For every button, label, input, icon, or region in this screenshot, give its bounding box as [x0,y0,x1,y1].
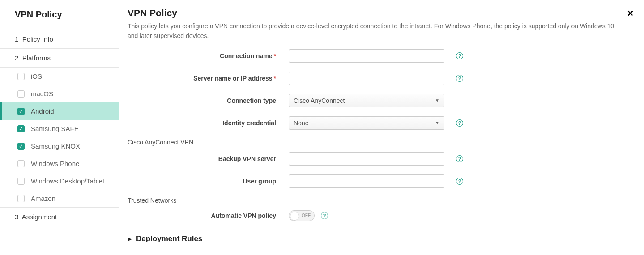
help-icon[interactable]: ? [456,178,463,185]
label-user-group: User group [128,178,289,185]
label-text: Connection name [220,52,272,60]
row-identity-credential: Identity credential None ▼ ? [128,116,626,130]
step-label: Assignment [22,213,57,221]
sidebar: VPN Policy 1 Policy Info 2 Platforms iOS… [0,0,119,255]
step-label: Platforms [22,54,51,62]
user-group-input[interactable] [289,174,444,188]
platform-label: Amazon [31,195,55,202]
deployment-rules-label: Deployment Rules [136,234,202,243]
connection-name-input[interactable] [289,49,444,63]
label-server-name: Server name or IP address* [128,75,289,82]
row-connection-type: Connection type Cisco AnyConnect ▼ [128,94,626,107]
row-server-name: Server name or IP address* ? [128,72,626,85]
label-identity-credential: Identity credential [128,119,289,127]
sidebar-step-assignment[interactable]: 3 Assignment [0,207,119,226]
platform-item-windows-desktop[interactable]: Windows Desktop/Tablet [0,172,119,190]
select-value: None [294,119,308,127]
platform-item-android[interactable]: Android [0,102,119,120]
step-num: 1 [15,35,18,43]
section-cisco-anyconnect: Cisco AnyConnect VPN [128,139,626,146]
row-connection-name: Connection name* ? [128,49,626,63]
close-icon[interactable]: ✕ [627,8,634,18]
checkbox-checked-icon[interactable] [17,108,25,115]
label-connection-name: Connection name* [128,52,289,60]
row-auto-vpn: Automatic VPN policy OFF ? [128,210,626,221]
server-name-input[interactable] [289,72,444,85]
platform-list: iOS macOS Android Samsung SAFE Samsung K… [0,67,119,207]
platform-item-amazon[interactable]: Amazon [0,190,119,207]
platform-label: macOS [31,90,53,98]
sidebar-step-policy-info[interactable]: 1 Policy Info [0,30,119,48]
backup-vpn-input[interactable] [289,152,444,166]
connection-type-select[interactable]: Cisco AnyConnect ▼ [289,94,444,107]
required-icon: * [274,52,276,60]
select-value: Cisco AnyConnect [294,97,345,104]
chevron-down-icon: ▼ [435,120,439,125]
label-connection-type: Connection type [128,97,289,104]
checkbox-icon[interactable] [17,90,25,98]
checkbox-icon[interactable] [17,178,25,185]
platform-item-samsung-knox[interactable]: Samsung KNOX [0,137,119,155]
required-icon: * [274,75,276,82]
help-icon[interactable]: ? [456,119,463,127]
label-auto-vpn: Automatic VPN policy [128,212,289,219]
page-title: VPN Policy [128,8,626,18]
auto-vpn-toggle[interactable]: OFF [289,210,315,221]
sidebar-step-platforms[interactable]: 2 Platforms [0,48,119,67]
section-trusted-networks: Trusted Networks [128,197,626,204]
chevron-down-icon: ▼ [435,98,439,103]
identity-credential-select[interactable]: None ▼ [289,116,444,130]
step-num: 3 [15,213,18,221]
checkbox-checked-icon[interactable] [17,125,25,132]
platform-label: Samsung SAFE [31,125,79,132]
main-panel: VPN Policy This policy lets you configur… [119,0,644,255]
row-backup-vpn: Backup VPN server ? [128,152,626,166]
platform-item-windows-phone[interactable]: Windows Phone [0,155,119,172]
checkbox-checked-icon[interactable] [17,143,25,150]
toggle-state: OFF [302,213,311,218]
page-description: This policy lets you configure a VPN con… [128,21,620,41]
help-icon[interactable]: ? [456,75,463,82]
step-num: 2 [15,54,18,62]
platform-item-ios[interactable]: iOS [0,68,119,85]
checkbox-icon[interactable] [17,160,25,167]
platform-label: Samsung KNOX [31,142,80,150]
chevron-right-icon: ▶ [128,236,132,242]
deployment-rules-header[interactable]: ▶ Deployment Rules [128,234,626,243]
platform-item-samsung-safe[interactable]: Samsung SAFE [0,120,119,137]
help-icon[interactable]: ? [456,52,463,60]
platform-label: Windows Desktop/Tablet [31,177,104,185]
help-icon[interactable]: ? [456,155,463,162]
step-label: Policy Info [22,35,53,43]
checkbox-icon[interactable] [17,195,25,202]
platform-label: Windows Phone [31,160,79,167]
label-text: Server name or IP address [193,75,272,82]
label-backup-vpn: Backup VPN server [128,155,289,162]
platform-item-macos[interactable]: macOS [0,85,119,102]
checkbox-icon[interactable] [17,73,25,80]
help-icon[interactable]: ? [321,212,328,219]
platform-label: iOS [31,72,42,80]
platform-label: Android [31,107,54,115]
row-user-group: User group ? [128,174,626,188]
sidebar-title: VPN Policy [0,0,119,30]
